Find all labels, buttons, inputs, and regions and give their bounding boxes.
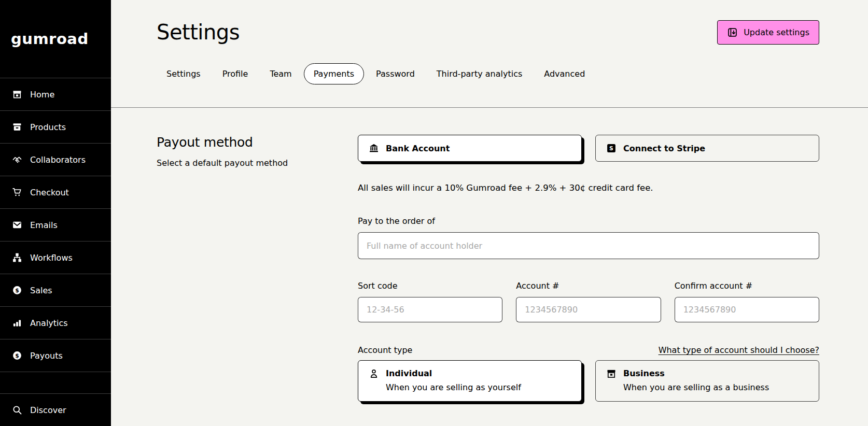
sidebar-item-label: Analytics (30, 318, 68, 328)
sidebar-item-label: Products (30, 122, 66, 132)
sort-code-label: Sort code (358, 281, 502, 291)
account-type-label: Account type (358, 345, 412, 355)
section-title: Payout method (157, 135, 358, 150)
sidebar-item-emails[interactable]: Emails (0, 208, 111, 241)
main-area: Settings Update settings Settings Profil… (111, 0, 868, 426)
account-type-help-link[interactable]: What type of account should I choose? (659, 345, 819, 355)
sidebar-spacer (0, 372, 111, 393)
tab-settings[interactable]: Settings (157, 63, 211, 84)
sidebar-item-analytics[interactable]: Analytics (0, 306, 111, 339)
gumroad-logo[interactable]: gumroad (11, 30, 89, 48)
person-icon (369, 368, 379, 379)
sidebar-item-home[interactable]: Home (0, 78, 111, 110)
method-label: Connect to Stripe (623, 144, 705, 153)
tab-third-party-analytics[interactable]: Third-party analytics (427, 63, 532, 84)
payout-method-bank-account[interactable]: Bank Account (358, 135, 582, 162)
logo-block: gumroad (0, 0, 111, 78)
tab-payments[interactable]: Payments (304, 63, 364, 84)
sidebar-item-label: Home (30, 90, 54, 100)
collaborators-icon (12, 154, 22, 165)
account-number-input[interactable] (516, 297, 661, 322)
confirm-account-number-input[interactable] (675, 297, 819, 322)
sidebar-item-label: Workflows (30, 253, 73, 263)
svg-text:$: $ (15, 287, 19, 294)
payout-form: Bank Account S Connect to Stripe All sal… (358, 135, 819, 402)
bar-chart-icon (12, 318, 22, 328)
page-header: Settings Update settings Settings Profil… (111, 0, 868, 108)
sidebar-item-collaborators[interactable]: Collaborators (0, 143, 111, 176)
tab-advanced[interactable]: Advanced (534, 63, 595, 84)
sidebar-item-label: Checkout (30, 188, 69, 197)
method-label: Bank Account (386, 144, 450, 153)
stripe-icon: S (606, 143, 617, 153)
sidebar-item-sales[interactable]: $ Sales (0, 274, 111, 306)
sidebar: gumroad Home Products Collaborators Chec… (0, 0, 111, 426)
workflow-icon (12, 252, 22, 263)
account-number-field-group: Account # (516, 281, 661, 322)
sidebar-item-label: Discover (30, 405, 66, 415)
sidebar-item-checkout[interactable]: Checkout (0, 176, 111, 208)
envelope-icon (12, 220, 22, 230)
pay-to-label: Pay to the order of (358, 216, 819, 226)
type-card-description: When you are selling as a business (623, 381, 769, 394)
sidebar-item-label: Sales (30, 286, 52, 295)
account-number-label: Account # (516, 281, 661, 291)
tab-password[interactable]: Password (366, 63, 425, 84)
svg-text:$: $ (15, 352, 19, 359)
settings-tabs: Settings Profile Team Payments Password … (157, 63, 819, 107)
pay-to-field-group: Pay to the order of (358, 216, 819, 259)
type-card-description: When you are selling as yourself (386, 381, 521, 394)
home-icon (12, 89, 22, 100)
cart-icon (12, 187, 22, 197)
sidebar-item-discover[interactable]: Discover (0, 393, 111, 426)
payout-method-stripe[interactable]: S Connect to Stripe (595, 135, 819, 162)
dollar-circle-icon: $ (12, 350, 22, 361)
tab-team[interactable]: Team (260, 63, 301, 84)
products-icon (12, 122, 22, 132)
confirm-account-number-field-group: Confirm account # (675, 281, 819, 322)
svg-text:S: S (609, 145, 613, 152)
dollar-circle-icon: $ (12, 285, 22, 295)
sort-code-field-group: Sort code (358, 281, 502, 322)
search-icon (12, 405, 22, 415)
sidebar-item-label: Collaborators (30, 155, 86, 165)
pay-to-input[interactable] (358, 232, 819, 259)
account-type-individual[interactable]: Individual When you are selling as yours… (358, 360, 582, 402)
confirm-account-number-label: Confirm account # (675, 281, 819, 291)
type-card-text: Individual When you are selling as yours… (386, 367, 521, 394)
sort-code-input[interactable] (358, 297, 502, 322)
type-card-title: Individual (386, 367, 521, 380)
sidebar-item-products[interactable]: Products (0, 110, 111, 143)
sidebar-item-workflows[interactable]: Workflows (0, 241, 111, 274)
bank-icon (369, 143, 379, 153)
section-subtitle: Select a default payout method (157, 158, 358, 168)
storefront-icon (606, 368, 617, 379)
sidebar-item-label: Emails (30, 220, 58, 230)
save-icon (727, 27, 738, 38)
type-card-title: Business (623, 367, 769, 380)
sidebar-item-payouts[interactable]: $ Payouts (0, 339, 111, 372)
update-settings-button[interactable]: Update settings (717, 20, 819, 45)
payout-section: Payout method Select a default payout me… (111, 108, 868, 417)
tab-profile[interactable]: Profile (213, 63, 258, 84)
section-intro: Payout method Select a default payout me… (157, 135, 358, 168)
update-settings-label: Update settings (744, 27, 809, 37)
account-type-business[interactable]: Business When you are selling as a busin… (595, 360, 819, 402)
page-title: Settings (157, 20, 240, 45)
fee-note: All sales will incur a 10% Gumroad fee +… (358, 183, 819, 193)
type-card-text: Business When you are selling as a busin… (623, 367, 769, 394)
sidebar-item-label: Payouts (30, 351, 63, 361)
